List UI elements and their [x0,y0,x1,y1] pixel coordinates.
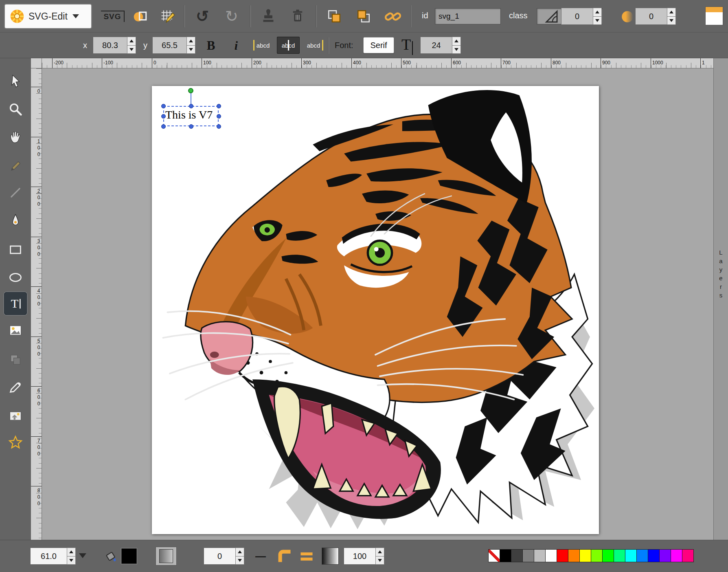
redo-button[interactable]: ↻ [221,5,243,27]
text-cursor-icon [253,40,254,51]
ruler-corner [31,58,42,68]
zoom-down-button[interactable] [67,557,76,565]
palette-swatch[interactable] [636,549,648,562]
y-value-field[interactable]: 65.5 [152,37,186,54]
tool-rect[interactable] [4,238,27,261]
stroke-width-field[interactable]: 0 [204,548,235,565]
svg-canvas[interactable]: This is V7 [152,86,599,534]
tool-line[interactable] [4,181,27,204]
editor-preferences-button[interactable] [156,5,178,27]
stroke-color-button[interactable] [156,547,177,565]
blur-spin-up-button[interactable] [667,8,676,17]
tool-align[interactable] [4,348,27,371]
selection-handle-e[interactable] [217,114,221,119]
y-label: y [143,41,147,50]
opacity-gradient-icon[interactable] [322,548,339,565]
palette-swatch[interactable] [522,549,534,562]
tool-zoom[interactable] [4,98,27,121]
selection-handle-s[interactable] [189,124,193,129]
element-id-input[interactable] [435,8,501,24]
palette-swatch[interactable] [648,549,660,562]
opacity-value-field[interactable]: 100 [344,548,375,565]
opacity-down-button[interactable] [375,557,384,565]
font-family-button[interactable]: Serif [363,37,394,53]
tool-eyedropper[interactable] [4,376,27,398]
stroke-linecap-button[interactable] [297,547,316,565]
tool-select[interactable] [4,70,27,92]
bold-button[interactable]: B [201,36,221,55]
font-size-up-button[interactable] [452,37,461,46]
palette-swatch[interactable] [659,549,671,562]
selection-handle-sw[interactable] [161,124,166,129]
delete-button[interactable] [287,5,309,27]
x-value-field[interactable]: 80.3 [93,37,127,54]
undo-button[interactable]: ↺ [191,5,213,27]
stroke-dash-button[interactable]: — [252,548,270,565]
tool-image-library[interactable] [4,404,27,427]
palette-swatch[interactable] [545,549,557,562]
zoom-up-button[interactable] [67,548,76,557]
zoom-dropdown-button[interactable] [79,553,86,558]
palette-swatch-none[interactable] [488,549,500,562]
fill-stroke-indicator[interactable] [705,7,723,25]
blur-value-field[interactable]: 0 [635,8,667,25]
selection-handle-se[interactable] [217,124,221,129]
palette-swatch[interactable] [511,549,523,562]
fill-color-swatch[interactable] [121,548,137,564]
x-spin-up-button[interactable] [127,37,136,46]
workspace[interactable]: This is V7 [42,68,713,540]
y-spin-up-button[interactable] [186,37,195,46]
tool-pan[interactable] [4,125,27,148]
palette-swatch[interactable] [534,549,546,562]
rotate-handle[interactable] [188,88,193,93]
clone-button[interactable] [257,5,279,27]
source-editor-button[interactable]: SVG [100,5,125,27]
palette-swatch[interactable] [591,549,603,562]
palette-swatch[interactable] [602,549,614,562]
stroke-width-down-button[interactable] [235,557,244,565]
main-menu-button[interactable]: SVG-Edit [4,4,92,29]
move-to-bottom-button[interactable] [323,5,345,27]
angle-spin-down-button[interactable] [593,17,602,25]
stroke-linejoin-button[interactable] [275,547,294,565]
tool-shape-library[interactable] [4,431,27,454]
italic-button[interactable]: i [226,36,246,55]
move-to-top-button[interactable] [353,5,375,27]
selection-box [163,106,219,126]
make-link-button[interactable] [382,5,404,27]
tool-path[interactable] [4,209,27,232]
angle-value-field[interactable]: 0 [561,8,593,25]
palette-swatch[interactable] [568,549,580,562]
opacity-up-button[interactable] [375,548,384,557]
palette-swatch[interactable] [625,549,637,562]
palette-swatch[interactable] [557,549,568,562]
font-size-field[interactable]: 24 [420,37,452,54]
tool-pencil[interactable] [4,155,27,178]
palette-swatch[interactable] [682,549,694,562]
tool-image[interactable] [4,319,27,342]
blur-spin-down-button[interactable] [667,17,676,25]
palette-swatch[interactable] [500,549,511,562]
ruler-mark: 400 [31,286,42,308]
layers-panel-toggle[interactable]: Layers [713,58,728,540]
palette-swatch[interactable] [579,549,591,562]
x-spin-down-button[interactable] [127,46,136,54]
text-anchor-start-button[interactable]: abcd [252,37,274,54]
tool-ellipse[interactable] [4,266,27,289]
y-spin-down-button[interactable] [186,46,195,54]
font-size-down-button[interactable] [452,46,461,54]
selection-handle-n[interactable] [189,104,193,108]
selection-handle-w[interactable] [161,114,166,119]
palette-swatch[interactable] [614,549,625,562]
document-properties-button[interactable] [129,5,151,27]
palette-swatch[interactable] [671,549,682,562]
tool-text[interactable]: T [4,292,27,315]
tiger-artwork[interactable] [152,86,599,534]
selection-handle-nw[interactable] [161,104,166,108]
angle-spin-up-button[interactable] [593,8,602,17]
text-anchor-middle-button[interactable]: abcd [277,37,300,54]
text-anchor-end-button[interactable]: abcd [302,37,325,54]
stroke-width-up-button[interactable] [235,548,244,557]
selection-handle-ne[interactable] [217,104,221,108]
zoom-value-field[interactable]: 61.0 [30,548,67,565]
